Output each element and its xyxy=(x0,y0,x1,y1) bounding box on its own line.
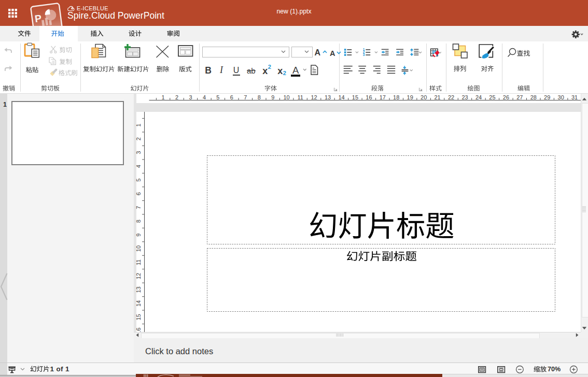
svg-text:6: 6 xyxy=(230,94,233,100)
svg-text:2: 2 xyxy=(135,137,142,140)
svg-text:11: 11 xyxy=(135,259,142,265)
svg-text:12: 12 xyxy=(311,94,317,100)
svg-text:24: 24 xyxy=(475,94,482,100)
svg-text:6: 6 xyxy=(135,192,142,195)
svg-text:2: 2 xyxy=(175,94,178,100)
svg-text:23: 23 xyxy=(461,94,468,100)
svg-text:14: 14 xyxy=(338,94,344,100)
svg-text:4: 4 xyxy=(135,165,142,168)
svg-text:28: 28 xyxy=(530,94,537,100)
svg-text:4: 4 xyxy=(203,94,206,100)
svg-text:7: 7 xyxy=(244,94,247,100)
svg-text:19: 19 xyxy=(407,94,413,100)
svg-text:12: 12 xyxy=(135,272,142,279)
svg-text:22: 22 xyxy=(448,94,454,100)
svg-text:13: 13 xyxy=(135,286,142,293)
svg-text:10: 10 xyxy=(135,245,142,251)
svg-text:8: 8 xyxy=(258,94,261,100)
svg-text:30: 30 xyxy=(558,94,564,100)
svg-text:17: 17 xyxy=(380,94,386,100)
svg-text:1: 1 xyxy=(135,123,142,126)
svg-text:3: 3 xyxy=(189,94,192,100)
svg-text:11: 11 xyxy=(297,94,303,100)
svg-text:25: 25 xyxy=(489,94,495,100)
svg-text:15: 15 xyxy=(352,94,358,100)
svg-text:10: 10 xyxy=(283,94,289,100)
svg-text:14: 14 xyxy=(135,300,142,306)
svg-text:31: 31 xyxy=(571,94,578,100)
svg-text:7: 7 xyxy=(135,206,142,209)
svg-text:20: 20 xyxy=(421,94,427,100)
svg-text:8: 8 xyxy=(135,220,142,223)
svg-text:9: 9 xyxy=(135,233,142,236)
svg-text:26: 26 xyxy=(503,94,509,100)
svg-text:21: 21 xyxy=(434,94,440,100)
svg-text:5: 5 xyxy=(135,178,142,181)
svg-text:1: 1 xyxy=(162,94,165,100)
svg-text:29: 29 xyxy=(544,94,550,100)
svg-text:5: 5 xyxy=(216,94,219,100)
svg-text:18: 18 xyxy=(393,94,399,100)
svg-text:27: 27 xyxy=(516,94,523,100)
svg-text:13: 13 xyxy=(325,94,331,100)
svg-text:9: 9 xyxy=(271,94,274,100)
svg-text:16: 16 xyxy=(366,94,372,100)
svg-text:15: 15 xyxy=(135,314,142,320)
svg-text:3: 3 xyxy=(135,151,142,154)
